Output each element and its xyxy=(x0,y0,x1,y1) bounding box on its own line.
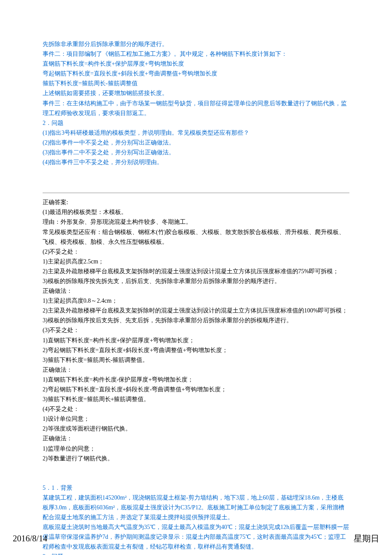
a4-line: (3)不妥之处： xyxy=(43,325,349,335)
q4-line: 2．问题 xyxy=(43,118,349,128)
q4-line: (1)指出3号科研楼最适用的模板类型，并说明理由。常见模板类型还应有那些？ xyxy=(43,128,349,138)
divider xyxy=(43,193,349,193)
question4-background: 先拆除非承重部分后拆除承重部分的顺序进行。 事件二：项目部编制了《钢筋工程加工施… xyxy=(43,39,349,167)
a4-line: 理由：外形复杂、异形现浇混凝土构件较多、冬期施工。 xyxy=(43,217,349,227)
a4-line: 3)模板的拆除顺序按后支先拆、先支后拆，先拆除非承重部分后拆除承重部分的拆模顺序… xyxy=(43,315,349,325)
q4-line: 事件二：项目部编制了《钢筋工程加工施工方案》。其中规定，各种钢筋下料长度计算如下… xyxy=(43,49,349,59)
footer-date: 2016/8/14 xyxy=(13,532,47,546)
a4-line: 正确做法： xyxy=(43,286,349,296)
q4-line: 直钢筋下料长度=构件长度+保护层厚度+弯钩增加长度 xyxy=(43,59,349,69)
a4-line: 正确做法： xyxy=(43,365,349,375)
page-footer: 2016/8/14 星期日 xyxy=(0,532,392,546)
a4-line: (2)不妥之处： xyxy=(43,247,349,257)
a4-line: 正确做法： xyxy=(43,434,349,443)
q5-title: 5．1．背景 xyxy=(43,483,349,493)
answer4-section: 正确答案: (1)最适用的模板类型：木模板。 理由：外形复杂、异形现浇混凝土构件… xyxy=(43,197,349,463)
a4-line: 1)直钢筋下料长度=构件长度-保护层厚度+弯钩增加长度； xyxy=(43,375,349,384)
q5-line: 某建筑工程，建筑面积145200m²，现浇钢筋混凝土框架-剪力墙结构，地下3层，… xyxy=(43,493,349,522)
a4-line: (4)不妥之处： xyxy=(43,404,349,414)
q4-line: 上述钢筋如需要搭接，还要增加钢筋搭接长度。 xyxy=(43,88,349,98)
q4-line: 箍筋下料长度=箍筋周长-箍筋调整值 xyxy=(43,78,349,88)
a4-line: 3)箍筋下料长度=箍筋周长+箍筋调整值。 xyxy=(43,394,349,404)
q4-line: (4)指出事件三中不妥之处，并分别说明理由。 xyxy=(43,157,349,167)
a4-line: 2)等数量进行了钢筋代换。 xyxy=(43,454,349,463)
a4-line: 2)弯起钢筋下料长度=直段长度+斜段长度-弯曲调整值+弯钩增加长度； xyxy=(43,384,349,394)
a4-line: 2)主梁及外疏散楼梯平台底模及支架拆除时的混凝土强度达到设计混凝土立方体抗压强度… xyxy=(43,266,349,276)
page-content: 先拆除非承重部分后拆除承重部分的顺序进行。 事件二：项目部编制了《钢筋工程加工施… xyxy=(0,0,392,555)
a4-line: 3)箍筋下料长度=箍筋周长-箍筋调整值。 xyxy=(43,355,349,365)
a4-line: 常见模板类型还应有：组合钢模板、钢框木(竹)胶合板模板、大模板、散支散拆胶合板模… xyxy=(43,227,349,247)
answer-header: 正确答案: xyxy=(43,197,349,207)
q4-line: 事件三：在主体结构施工中，由于市场某一钢筋型号缺货，项目部征得监理单位的同意后等… xyxy=(43,98,349,118)
a4-line: 2)弯起钢筋下料长度=直段长度+斜段长度+弯曲调整值+弯钩增加长度； xyxy=(43,345,349,355)
q4-line: (3)指出事件二中不妥之处，并分别写出正确做法。 xyxy=(43,147,349,157)
a4-line: 1)设计单位同意； xyxy=(43,414,349,424)
a4-line: 3)模板的拆除顺序按先拆先支，后拆后支、先拆除非承重部分后拆除承重部分的顺序进行… xyxy=(43,276,349,286)
q4-line: 弯起钢筋下料长度=直段长度+斜段长度+弯曲调整值+弯钩增加长度 xyxy=(43,69,349,78)
a4-line: (1)最适用的模板类型：木模板。 xyxy=(43,207,349,217)
footer-weekday: 星期日 xyxy=(354,532,379,546)
q4-line: (2)指出事件一中不妥之处，并分别写出正确做法。 xyxy=(43,138,349,147)
a4-line: 1)监理单位的同意； xyxy=(43,444,349,454)
a4-line: 2)主梁及外疏散楼梯平台底模及支架拆除时的混凝土强度达到设计的混凝土立方体抗压强… xyxy=(43,306,349,315)
q4-line: 先拆除非承重部分后拆除承重部分的顺序进行。 xyxy=(43,39,349,49)
a4-line: 2)等强度或等面积进行钢筋代换。 xyxy=(43,424,349,434)
q5-line: 2．问题 xyxy=(43,552,349,555)
a4-line: 1)直钢筋下料长度=构件长度+保护层厚度+弯钩增加长度； xyxy=(43,335,349,345)
a4-line: 1)主梁起拱高度2.5cm； xyxy=(43,257,349,266)
a4-line: 1)主梁起拱高度0.8～2.4cm； xyxy=(43,296,349,306)
